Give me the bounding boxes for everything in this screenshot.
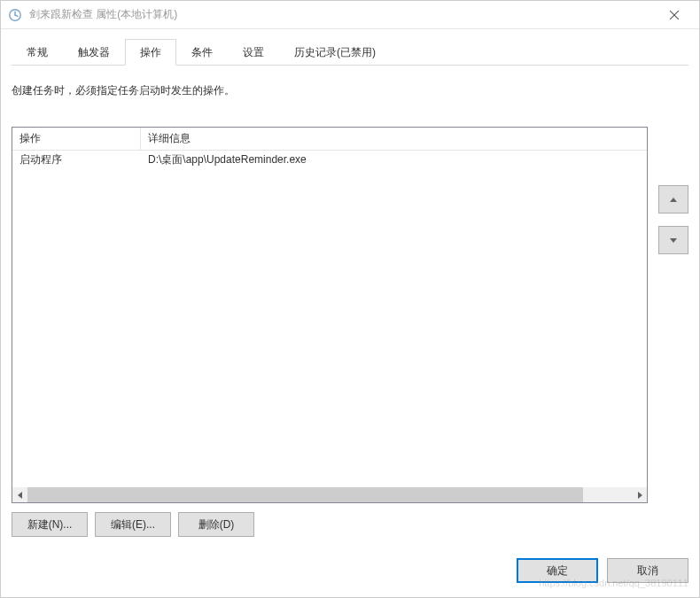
row-details: D:\桌面\app\UpdateReminder.exe (141, 151, 647, 169)
col-header-details[interactable]: 详细信息 (141, 128, 647, 150)
close-icon[interactable] (657, 1, 692, 29)
tab-actions[interactable]: 操作 (125, 39, 176, 66)
edit-button[interactable]: 编辑(E)... (95, 512, 171, 537)
list-area: 操作 详细信息 启动程序 D:\桌面\app\UpdateReminder.ex… (12, 127, 688, 503)
titlebar: 剑来跟新检查 属性(本地计算机) (1, 1, 699, 29)
tab-settings[interactable]: 设置 (228, 39, 279, 65)
scroll-left-icon[interactable] (12, 487, 27, 502)
cancel-button[interactable]: 取消 (607, 558, 688, 583)
tab-triggers[interactable]: 触发器 (63, 39, 125, 65)
svg-line-2 (15, 15, 18, 16)
window-title: 剑来跟新检查 属性(本地计算机) (29, 7, 657, 22)
action-buttons-row: 新建(N)... 编辑(E)... 删除(D) (12, 512, 688, 537)
list-rows: 启动程序 D:\桌面\app\UpdateReminder.exe (12, 151, 647, 487)
properties-dialog: 剑来跟新检查 属性(本地计算机) 常规 触发器 操作 条件 设置 历史记录(已禁… (0, 0, 700, 598)
move-up-button[interactable] (658, 185, 688, 214)
horizontal-scrollbar[interactable] (12, 487, 647, 502)
col-header-action[interactable]: 操作 (12, 128, 141, 150)
actions-panel: 创建任务时，必须指定任务启动时发生的操作。 操作 详细信息 启动程序 D:\桌面… (12, 66, 688, 537)
svg-marker-7 (670, 198, 677, 202)
table-row[interactable]: 启动程序 D:\桌面\app\UpdateReminder.exe (12, 151, 647, 169)
new-button[interactable]: 新建(N)... (12, 512, 88, 537)
list-headers: 操作 详细信息 (12, 128, 647, 151)
svg-marker-8 (670, 238, 677, 243)
tab-history[interactable]: 历史记录(已禁用) (279, 39, 391, 65)
scroll-thumb[interactable] (27, 487, 583, 502)
clock-icon (8, 8, 22, 22)
dialog-content: 常规 触发器 操作 条件 设置 历史记录(已禁用) 创建任务时，必须指定任务启动… (1, 29, 699, 597)
actions-list[interactable]: 操作 详细信息 启动程序 D:\桌面\app\UpdateReminder.ex… (12, 127, 648, 503)
svg-marker-6 (638, 492, 642, 499)
move-down-button[interactable] (658, 226, 688, 254)
scroll-right-icon[interactable] (632, 487, 647, 502)
row-action: 启动程序 (12, 151, 141, 169)
tab-conditions[interactable]: 条件 (176, 39, 228, 65)
tab-strip: 常规 触发器 操作 条件 设置 历史记录(已禁用) (12, 40, 688, 65)
scroll-track[interactable] (27, 487, 632, 502)
reorder-buttons (658, 185, 688, 503)
instructions-text: 创建任务时，必须指定任务启动时发生的操作。 (12, 83, 688, 98)
tab-general[interactable]: 常规 (12, 39, 63, 65)
delete-button[interactable]: 删除(D) (178, 512, 254, 537)
dialog-footer: 确定 取消 (12, 537, 688, 586)
svg-marker-5 (18, 492, 22, 499)
ok-button[interactable]: 确定 (517, 558, 598, 583)
